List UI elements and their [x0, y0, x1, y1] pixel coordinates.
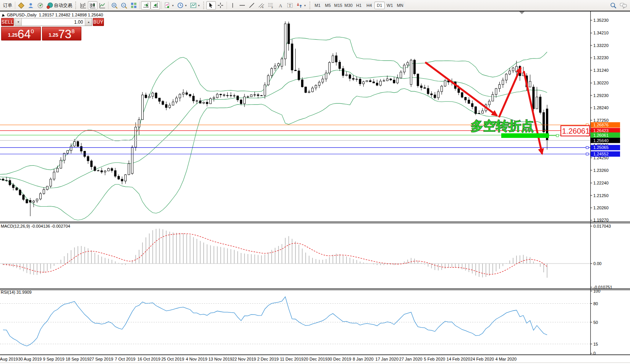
chart-area[interactable]: 1.352301.342101.332201.322301.312401.302… [0, 0, 630, 364]
svg-text:50: 50 [593, 320, 598, 325]
fibonacci-icon[interactable]: F [266, 1, 276, 10]
svg-text:1.27250: 1.27250 [593, 118, 609, 123]
autotrade-button[interactable]: 自动交易 [45, 1, 74, 10]
svg-text:16 Oct 2019: 16 Oct 2019 [138, 357, 160, 361]
templates-icon[interactable]: ▼ [189, 1, 202, 10]
svg-text:2 Dec 2019: 2 Dec 2019 [257, 357, 279, 361]
toolbar-grip [309, 2, 311, 9]
channel-icon[interactable]: E [257, 1, 266, 10]
rsi-pane-label: RSI(14) 31.9909 [1, 290, 32, 294]
sell-price-button[interactable]: 1.25640 [1, 27, 41, 40]
zoom-in-icon[interactable] [110, 1, 119, 10]
sell-button[interactable]: SELL [1, 18, 14, 26]
svg-text:13 Nov 2019: 13 Nov 2019 [209, 357, 232, 361]
chart-bars-icon[interactable] [78, 1, 88, 10]
rsi-name: RSI(14) [1, 290, 15, 294]
svg-text:1.26876: 1.26876 [593, 123, 609, 127]
toolbar-separator [161, 2, 162, 9]
svg-text:1.26423: 1.26423 [593, 128, 609, 133]
market-watch-icon[interactable] [16, 1, 26, 10]
new-order-button[interactable]: 订单 [2, 1, 14, 10]
autotrade-label: 自动交易 [54, 2, 72, 9]
indicators-icon[interactable]: ▼ [163, 1, 176, 10]
tab-timeframe-m30[interactable]: M30 [343, 2, 354, 9]
tab-timeframe-d1[interactable]: D1 [374, 2, 385, 9]
chart-symbol-title: GBPUSD-,Daily [7, 13, 37, 17]
volume-increase-button[interactable]: ▲ [85, 18, 92, 26]
toolbar-separator [139, 2, 140, 9]
cursor-icon[interactable] [206, 1, 216, 10]
tile-windows-icon[interactable] [129, 1, 138, 10]
dropdown-arrow-icon: ▼ [185, 4, 187, 7]
svg-text:0.017043: 0.017043 [593, 224, 611, 228]
chart-candles-icon[interactable] [88, 1, 97, 10]
vertical-line-icon[interactable] [228, 1, 238, 10]
search-icon[interactable] [609, 1, 618, 10]
new-order-label: 订单 [3, 2, 12, 9]
buy-price-button[interactable]: 1.25738 [42, 27, 82, 40]
dropdown-arrow-icon: ▼ [172, 4, 174, 7]
svg-text:1.30220: 1.30220 [593, 81, 609, 85]
rsi-value: 31.9909 [16, 290, 32, 294]
text-label-icon[interactable]: T [285, 1, 295, 10]
one-click-trading-panel: SELL ▼ ▲ BUY 1.25640 1.25738 [1, 18, 81, 40]
horizontal-line-icon[interactable] [238, 1, 247, 10]
tab-timeframe-w1[interactable]: W1 [385, 2, 395, 9]
tab-timeframe-h4[interactable]: H4 [364, 2, 374, 9]
tab-timeframe-mn[interactable]: MN [395, 2, 405, 9]
svg-text:1.32230: 1.32230 [593, 55, 609, 60]
arrow-objects-icon[interactable]: ▼ [295, 1, 308, 10]
chat-icon[interactable] [618, 1, 628, 10]
toolbar-grip [203, 2, 205, 9]
toolbar-separator [15, 2, 15, 9]
svg-text:80: 80 [593, 301, 598, 306]
buy-button[interactable]: BUY [93, 18, 104, 26]
svg-text:1.28240: 1.28240 [593, 105, 609, 110]
tab-timeframe-m5[interactable]: M5 [323, 2, 333, 9]
trendline-icon[interactable] [247, 1, 257, 10]
svg-text:9 Sep 2019: 9 Sep 2019 [43, 357, 64, 361]
text-icon[interactable]: A [276, 1, 285, 10]
svg-text:4 Nov 2019: 4 Nov 2019 [186, 357, 207, 361]
main-toolbar: 订单 自动交易 ▼ ▼ ▼ E F A T ▼ M1 M5 M15 M30 H1… [0, 0, 630, 11]
timeframes-clock-icon[interactable]: ▼ [176, 1, 189, 10]
svg-text:1.25065: 1.25065 [593, 145, 609, 150]
tab-timeframe-h1[interactable]: H1 [354, 2, 364, 9]
svg-text:1.33220: 1.33220 [593, 43, 609, 48]
trend-arrow [425, 62, 497, 116]
svg-text:22 Nov 2019: 22 Nov 2019 [232, 357, 256, 361]
macd-values: -0.004136 -0.002704 [31, 224, 70, 228]
svg-text:27 Sep 2019: 27 Sep 2019 [89, 357, 113, 361]
chart-line-icon[interactable] [97, 1, 107, 10]
svg-text:1.29230: 1.29230 [593, 93, 609, 98]
price-chart-svg: 1.352301.342101.332201.322301.312401.302… [0, 0, 630, 364]
svg-text:18 Sep 2019: 18 Sep 2019 [66, 357, 89, 361]
support-highlight-band [501, 133, 549, 138]
svg-text:5 Feb 2020: 5 Feb 2020 [424, 357, 445, 361]
buy-price-prefix: 1.25 [49, 32, 58, 38]
svg-text:30 Aug 2019: 30 Aug 2019 [18, 357, 42, 361]
toolbar-grip [75, 2, 77, 9]
zoom-out-icon[interactable] [119, 1, 129, 10]
svg-text:1.34210: 1.34210 [593, 31, 609, 35]
annotation-text: 多空转折点 [471, 119, 534, 133]
volume-input[interactable] [22, 18, 85, 26]
svg-text:E: E [262, 6, 264, 8]
svg-text:1.35230: 1.35230 [593, 18, 609, 23]
signals-icon[interactable] [26, 1, 36, 10]
auto-scroll-icon[interactable] [141, 1, 151, 10]
svg-text:1.20260: 1.20260 [593, 205, 609, 210]
svg-text:4 Mar 2020: 4 Mar 2020 [495, 357, 517, 361]
buy-price-big: 73 [58, 29, 71, 39]
chart-shift-icon[interactable] [151, 1, 160, 10]
news-radar-icon[interactable] [36, 1, 45, 10]
svg-text:100: 100 [593, 289, 600, 293]
crosshair-icon[interactable] [216, 1, 225, 10]
svg-text:25 Oct 2019: 25 Oct 2019 [161, 357, 184, 361]
svg-text:20 Dec 2019: 20 Dec 2019 [304, 357, 327, 361]
dropdown-arrow-icon: ▼ [304, 4, 306, 7]
tab-timeframe-m1[interactable]: M1 [313, 2, 323, 9]
volume-decrease-button[interactable]: ▼ [15, 18, 22, 26]
svg-text:F: F [272, 6, 273, 8]
tab-timeframe-m15[interactable]: M15 [333, 2, 343, 9]
